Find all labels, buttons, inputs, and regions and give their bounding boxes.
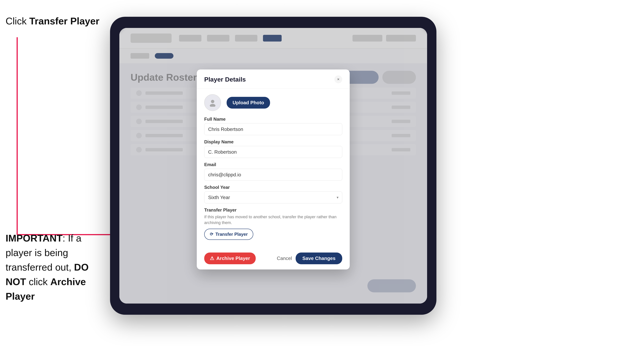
school-year-group: School Year Sixth Year ▾ <box>204 185 342 203</box>
full-name-label: Full Name <box>204 117 342 122</box>
email-input[interactable] <box>204 169 342 181</box>
upload-photo-button[interactable]: Upload Photo <box>226 97 270 109</box>
transfer-player-label: Transfer Player <box>216 232 248 237</box>
instruction-bottom: IMPORTANT: If a player is being transfer… <box>6 231 110 304</box>
avatar-row: Upload Photo <box>204 94 342 111</box>
school-year-select-wrapper: Sixth Year ▾ <box>204 191 342 203</box>
email-label: Email <box>204 162 342 167</box>
full-name-input[interactable] <box>204 123 342 135</box>
full-name-group: Full Name <box>204 117 342 135</box>
modal-header: Player Details × <box>197 69 350 89</box>
school-year-select[interactable]: Sixth Year <box>204 191 342 203</box>
player-details-modal: Player Details × <box>197 69 350 269</box>
upload-photo-label: Upload Photo <box>232 100 264 105</box>
archive-icon: ⚠ <box>210 255 214 261</box>
modal-footer: ⚠ Archive Player Cancel Save Changes <box>197 249 350 269</box>
svg-point-4 <box>210 104 216 107</box>
tablet-device: Update Roster <box>110 17 436 315</box>
save-changes-button[interactable]: Save Changes <box>296 253 342 264</box>
transfer-section-label: Transfer Player <box>204 207 342 213</box>
display-name-label: Display Name <box>204 139 342 145</box>
user-icon <box>208 99 217 107</box>
modal-title: Player Details <box>204 76 246 83</box>
svg-point-3 <box>211 100 214 103</box>
cancel-button[interactable]: Cancel <box>277 255 292 261</box>
instruction-click-text: Click <box>6 16 29 26</box>
display-name-group: Display Name <box>204 139 342 158</box>
instruction-important-bold: IMPORTANT <box>6 233 62 244</box>
tablet-screen: Update Roster <box>119 28 427 304</box>
avatar <box>204 94 221 111</box>
transfer-player-button[interactable]: ⟳ Transfer Player <box>204 229 253 240</box>
school-year-label: School Year <box>204 185 342 190</box>
email-group: Email <box>204 162 342 181</box>
modal-close-button[interactable]: × <box>334 75 342 83</box>
display-name-input[interactable] <box>204 146 342 158</box>
archive-player-label: Archive Player <box>216 255 250 261</box>
modal-overlay: Player Details × <box>119 28 427 304</box>
transfer-section-description: If this player has moved to another scho… <box>204 214 342 226</box>
archive-player-button[interactable]: ⚠ Archive Player <box>204 253 256 264</box>
close-icon: × <box>337 77 340 82</box>
instruction-bottom-text2: click <box>26 276 50 287</box>
instruction-top: Click Transfer Player <box>6 15 100 27</box>
instruction-transfer-bold: Transfer Player <box>29 16 100 26</box>
transfer-player-section: Transfer Player If this player has moved… <box>204 207 342 240</box>
modal-body: Upload Photo Full Name Display Name <box>197 89 350 249</box>
transfer-icon: ⟳ <box>210 232 213 237</box>
